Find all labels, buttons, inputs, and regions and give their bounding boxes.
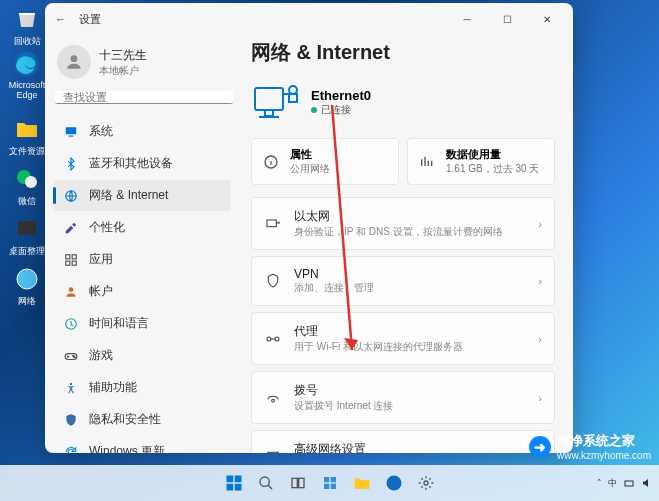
watermark-url: www.kzmyhome.com [557,450,651,461]
desktop-icon-network[interactable]: 网络 [7,265,47,308]
sidebar-item-label: 个性化 [89,219,125,236]
chevron-right-icon: › [538,218,542,230]
back-button[interactable]: ← [55,13,75,25]
svg-rect-40 [330,477,335,482]
svg-point-43 [386,476,401,491]
svg-rect-33 [234,476,241,483]
connection-status-block: Ethernet0 已连接 [251,80,555,124]
maximize-button[interactable]: ☐ [487,5,527,33]
system-icon [63,124,79,140]
sidebar-item-time[interactable]: 时间和语言 [53,308,231,339]
svg-point-4 [17,269,37,289]
page-title: 网络 & Internet [251,39,555,66]
taskbar-edge-icon[interactable] [381,470,407,496]
sidebar-item-label: 蓝牙和其他设备 [89,155,173,172]
game-icon [63,348,79,364]
svg-point-13 [69,287,74,292]
row-title: 代理 [294,323,526,340]
avatar [57,45,91,79]
row-advanced[interactable]: 高级网络设置查看所有网络适配器，网络重置 › [251,430,555,453]
sidebar-item-label: Windows 更新 [89,443,165,453]
taskbar-widgets-icon[interactable] [317,470,343,496]
properties-card[interactable]: 属性公用网络 [251,138,399,185]
svg-point-17 [74,356,75,357]
sidebar-item-accessibility[interactable]: 辅助功能 [53,372,231,403]
search-input[interactable] [55,91,233,104]
svg-point-26 [267,337,271,341]
account-icon [63,284,79,300]
row-subtitle: 用于 Wi-Fi 和以太网连接的代理服务器 [294,340,526,354]
taskbar-settings-icon[interactable] [413,470,439,496]
profile-block[interactable]: 十三先生 本地帐户 [53,39,231,91]
proxy-icon [264,330,282,348]
svg-rect-21 [259,116,279,118]
card-subtitle: 1.61 GB，过去 30 天 [446,162,539,176]
watermark-name: 纯净系统之家 [557,433,635,448]
desktop-icon-files[interactable]: 文件资源 [7,115,47,158]
desktop-icon-organize[interactable]: 桌面整理 [7,215,47,258]
sidebar-item-account[interactable]: 帐户 [53,276,231,307]
connection-name: Ethernet0 [311,88,371,103]
svg-rect-23 [289,94,297,102]
row-proxy[interactable]: 代理用于 Wi-Fi 和以太网连接的代理服务器 › [251,312,555,365]
data-usage-icon [418,153,436,171]
svg-rect-9 [66,254,70,258]
connection-state: 已连接 [311,103,371,117]
row-title: 高级网络设置 [294,441,526,453]
svg-rect-20 [265,110,273,116]
desktop-icon-edge[interactable]: Microsoft Edge [7,50,47,100]
status-dot-icon [311,107,317,113]
chevron-right-icon: › [538,333,542,345]
apps-icon [63,252,79,268]
sidebar-item-privacy[interactable]: 隐私和安全性 [53,404,231,435]
row-ethernet[interactable]: 以太网身份验证，IP 和 DNS 设置，按流量计费的网络 › [251,197,555,250]
start-button[interactable] [221,470,247,496]
watermark-logo-icon: ➜ [529,436,551,458]
row-vpn[interactable]: VPN添加、连接、管理 › [251,256,555,306]
data-usage-card[interactable]: 数据使用量1.61 GB，过去 30 天 [407,138,555,185]
sidebar-item-system[interactable]: 系统 [53,116,231,147]
tray-network-icon[interactable] [623,477,635,489]
sidebar-item-apps[interactable]: 应用 [53,244,231,275]
taskbar-taskview-icon[interactable] [285,470,311,496]
desktop-icon-recycle[interactable]: 回收站 [7,5,47,48]
row-title: VPN [294,267,526,281]
svg-rect-6 [66,127,77,134]
sidebar-item-personalize[interactable]: 个性化 [53,212,231,243]
tray-ime-icon[interactable]: 中 [608,477,617,490]
sidebar-item-network[interactable]: 网络 & Internet [53,180,231,211]
sidebar-item-bluetooth[interactable]: 蓝牙和其他设备 [53,148,231,179]
system-tray[interactable]: ˄ 中 [597,477,653,490]
svg-rect-39 [324,477,329,482]
sidebar-item-game[interactable]: 游戏 [53,340,231,371]
sidebar-item-label: 系统 [89,123,113,140]
card-title: 属性 [290,147,330,162]
taskbar-explorer-icon[interactable] [349,470,375,496]
taskbar[interactable]: ˄ 中 [0,465,659,501]
sidebar-item-label: 帐户 [89,283,113,300]
svg-point-2 [25,176,37,188]
row-title: 拨号 [294,382,526,399]
row-subtitle: 身份验证，IP 和 DNS 设置，按流量计费的网络 [294,225,526,239]
dialup-icon [264,389,282,407]
row-dialup[interactable]: 拨号设置拨号 Internet 连接 › [251,371,555,424]
main-panel: 网络 & Internet Ethernet0 已连接 属性公用网络 数据使用量… [239,35,573,453]
svg-rect-25 [267,220,276,227]
tray-chevron-icon[interactable]: ˄ [597,478,602,488]
watermark: ➜ 纯净系统之家 www.kzmyhome.com [529,432,651,461]
svg-point-28 [272,399,275,402]
svg-rect-37 [292,478,297,487]
desktop-icon-wechat[interactable]: 微信 [7,165,47,208]
sidebar: 十三先生 本地帐户 系统 蓝牙和其他设备 网络 & Internet 个性化 应… [45,35,239,453]
sidebar-item-label: 网络 & Internet [89,187,168,204]
privacy-icon [63,412,79,428]
settings-window: ← 设置 ─ ☐ ✕ 十三先生 本地帐户 系统 蓝牙和其他设备 网络 & Int… [45,3,573,453]
svg-point-36 [260,477,269,486]
time-icon [63,316,79,332]
minimize-button[interactable]: ─ [447,5,487,33]
taskbar-search-icon[interactable] [253,470,279,496]
sidebar-item-update[interactable]: Windows 更新 [53,436,231,453]
card-title: 数据使用量 [446,147,539,162]
tray-volume-icon[interactable] [641,477,653,489]
close-button[interactable]: ✕ [527,5,567,33]
